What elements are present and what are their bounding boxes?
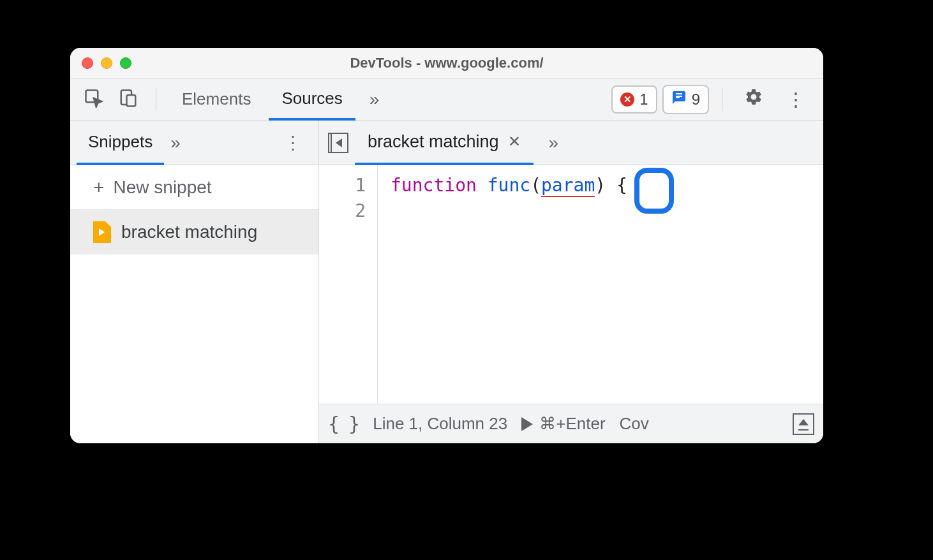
error-icon: ✕ bbox=[620, 92, 634, 107]
coverage-label[interactable]: Cov bbox=[620, 414, 649, 434]
more-tabs-icon[interactable]: » bbox=[361, 89, 389, 110]
drawer-toggle-icon[interactable] bbox=[793, 413, 814, 435]
code-space bbox=[606, 175, 616, 196]
code-area[interactable]: 1 2 function func(param) { bbox=[319, 165, 823, 404]
snippet-file-item[interactable]: bracket matching bbox=[70, 210, 318, 254]
device-toggle-icon[interactable] bbox=[114, 89, 143, 110]
main-toolbar: Elements Sources » ✕ 1 9 ⋮ bbox=[70, 78, 823, 121]
issues-icon bbox=[671, 90, 687, 109]
code-function-name: func bbox=[488, 175, 530, 196]
line-gutter: 1 2 bbox=[319, 165, 378, 404]
new-snippet-button[interactable]: + New snippet bbox=[70, 165, 318, 210]
toolbar-divider-2 bbox=[722, 88, 722, 111]
editor-tab-file[interactable]: bracket matching ✕ bbox=[355, 121, 534, 165]
statusbar: { } Line 1, Column 23 ⌘+Enter Cov bbox=[319, 404, 823, 443]
editor-more-tabs-icon[interactable]: » bbox=[540, 133, 568, 153]
tab-sources[interactable]: Sources bbox=[269, 78, 355, 121]
devtools-window: DevTools - www.google.com/ Elements Sour… bbox=[70, 48, 823, 443]
code-param: param bbox=[541, 175, 595, 197]
errors-count: 1 bbox=[639, 91, 648, 108]
snippet-file-icon bbox=[93, 221, 111, 243]
issues-badge[interactable]: 9 bbox=[662, 85, 709, 114]
code-open-brace: { bbox=[616, 175, 627, 196]
play-icon bbox=[521, 417, 533, 431]
sidebar-menu-icon[interactable]: ⋮ bbox=[274, 132, 312, 153]
sidebar: Snippets » ⋮ + New snippet bracket match… bbox=[70, 121, 319, 443]
code-keyword: function bbox=[391, 175, 477, 196]
annotation-circle bbox=[634, 168, 674, 214]
toolbar-divider bbox=[156, 88, 156, 111]
editor-tab-label: bracket matching bbox=[368, 132, 499, 152]
sidebar-tab-snippets[interactable]: Snippets bbox=[77, 121, 164, 165]
code-close-paren: ) bbox=[595, 175, 606, 196]
issues-count: 9 bbox=[692, 91, 700, 108]
close-tab-icon[interactable]: ✕ bbox=[508, 133, 521, 151]
run-shortcut: ⌘+Enter bbox=[539, 414, 605, 434]
format-icon[interactable]: { } bbox=[328, 413, 359, 435]
body-split: Snippets » ⋮ + New snippet bracket match… bbox=[70, 121, 823, 443]
editor: bracket matching ✕ » 1 2 function func(p… bbox=[319, 121, 823, 443]
line-number-2: 2 bbox=[319, 198, 366, 224]
inspect-element-icon[interactable] bbox=[79, 89, 108, 110]
window-title: DevTools - www.google.com/ bbox=[70, 55, 823, 71]
editor-tabs: bracket matching ✕ » bbox=[319, 121, 823, 165]
svg-rect-2 bbox=[127, 95, 136, 107]
sidebar-more-icon[interactable]: » bbox=[164, 133, 187, 153]
line-number-1: 1 bbox=[319, 173, 366, 198]
settings-icon[interactable] bbox=[735, 87, 772, 111]
more-menu-icon[interactable]: ⋮ bbox=[777, 88, 814, 110]
run-snippet-button[interactable]: ⌘+Enter bbox=[521, 414, 605, 434]
code-text[interactable]: function func(param) { bbox=[378, 165, 627, 404]
titlebar: DevTools - www.google.com/ bbox=[70, 48, 823, 78]
plus-icon: + bbox=[93, 177, 105, 198]
errors-badge[interactable]: ✕ 1 bbox=[611, 85, 657, 114]
cursor-position: Line 1, Column 23 bbox=[373, 414, 507, 434]
navigator-toggle-icon[interactable] bbox=[328, 133, 348, 153]
snippet-file-name: bracket matching bbox=[121, 222, 257, 242]
new-snippet-label: New snippet bbox=[114, 177, 212, 198]
tab-elements[interactable]: Elements bbox=[169, 78, 264, 121]
code-open-paren: ( bbox=[530, 175, 541, 196]
sidebar-tabs: Snippets » ⋮ bbox=[70, 121, 318, 165]
